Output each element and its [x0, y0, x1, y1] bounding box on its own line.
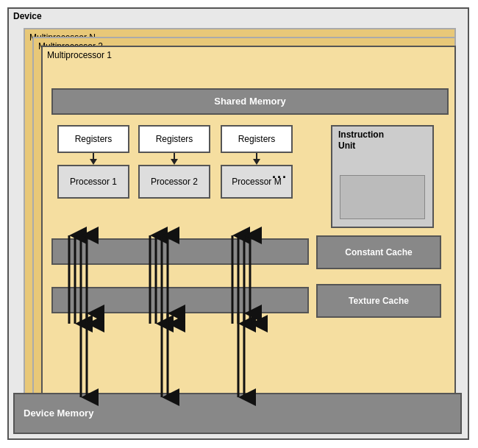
proc-col-1: Registers Processor 1	[57, 125, 129, 199]
texture-cache: Texture Cache	[316, 284, 441, 318]
constant-cache: Constant Cache	[316, 235, 441, 269]
shared-memory-label: Shared Memory	[214, 96, 286, 107]
texture-cache-label: Texture Cache	[349, 296, 409, 306]
processor-2: Processor 2	[138, 165, 210, 199]
shared-memory: Shared Memory	[51, 88, 449, 115]
arrow-reg-proc-2	[171, 153, 178, 165]
dots-separator: ...	[272, 166, 288, 182]
registers-2: Registers	[138, 125, 210, 153]
mp1-label: Multiprocessor 1	[47, 50, 112, 60]
proc-col-2: Registers Processor 2	[138, 125, 210, 199]
proc-col-3: Registers Processor M	[221, 125, 293, 199]
diagram-container: Device Multiprocessor N Multiprocessor 2…	[7, 7, 471, 441]
instruction-inner-block	[340, 175, 425, 219]
device-label: Device	[13, 11, 42, 21]
registers-m: Registers	[221, 125, 293, 153]
device-memory: Device Memory	[13, 393, 462, 434]
instruction-unit: Instruction Unit	[331, 125, 434, 228]
device-memory-label: Device Memory	[24, 408, 93, 419]
constant-cache-label: Constant Cache	[345, 247, 412, 257]
bus-bar-2	[51, 287, 309, 313]
registers-1: Registers	[57, 125, 129, 153]
bus-bar-1	[51, 238, 309, 265]
instruction-unit-label: Instruction Unit	[338, 129, 384, 152]
processor-1: Processor 1	[57, 165, 129, 199]
arrow-reg-proc-m	[253, 153, 260, 165]
arrow-reg-proc-1	[90, 153, 97, 165]
